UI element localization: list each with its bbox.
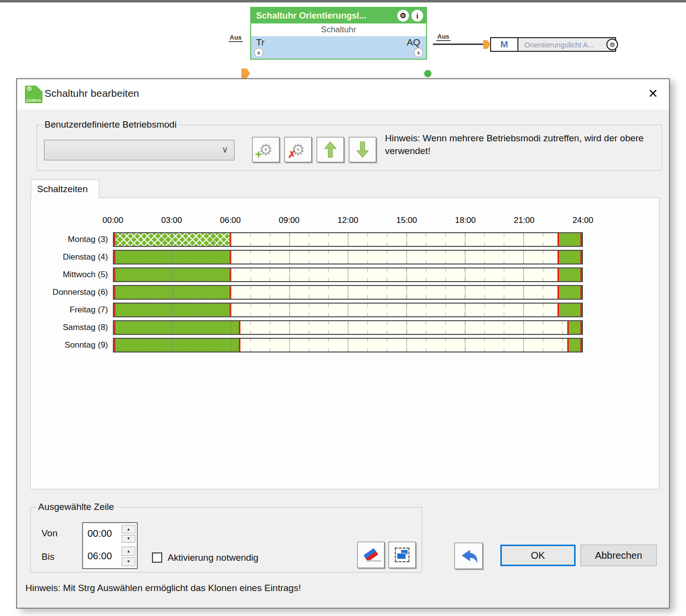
time-label: 15:00 [396,216,417,225]
actuator-type-label: M [490,37,518,52]
bis-spin-down-icon[interactable]: ▼ [122,557,135,567]
time-segment[interactable] [557,268,582,281]
delete-entry-button[interactable] [357,542,385,568]
day-track[interactable] [113,338,583,352]
input-port-label: Tr [256,37,264,48]
add-plus-icon: + [255,148,262,161]
time-segment[interactable] [114,286,231,299]
config-app-icon: ⚙ CONFIG [25,86,43,103]
time-segment[interactable] [114,321,240,334]
config-gear-icon: ⚙ [26,86,32,92]
block-settings-icon[interactable]: ⚙ [397,10,409,22]
schedule-row: Mittwoch (5) [31,267,659,282]
footer-hint: Hinweis: Mit Strg Auswählen ermöglicht d… [25,583,301,594]
copy-entry-button[interactable] [388,542,416,568]
schedule-row: Samstag (8) [31,320,659,335]
bis-input[interactable]: 06:00 ▲ ▼ [82,545,138,569]
copy-selection-icon [395,548,409,562]
day-label: Dienstag (4) [31,252,108,262]
undo-arrow-icon [458,546,479,566]
delete-x-icon: ✗ [288,149,296,160]
delete-mode-button[interactable]: ⚙ ✗ [284,137,312,162]
tab-schaltzeiten[interactable]: Schaltzeiten [31,179,99,198]
add-output-icon[interactable]: + [414,48,423,57]
connection-wire [433,44,488,45]
time-segment-selected[interactable] [114,233,231,246]
bis-label: Bis [42,551,54,562]
time-segment[interactable] [557,251,582,264]
actuator-input-connector[interactable] [483,40,491,49]
config-fold [36,86,43,92]
betriebsmodi-group: Benutzerdefinierte Betriebsmodi ∨ ⚙ + ⚙ … [37,125,662,171]
time-segment[interactable] [114,251,231,264]
von-spinner[interactable]: ▲ ▼ [122,525,135,543]
add-mode-button[interactable]: ⚙ + [252,137,279,162]
time-label: 12:00 [338,216,359,225]
block-header[interactable]: Schaltuhr Orientierungsl... ⚙ i [251,8,426,23]
time-label: 24:00 [573,216,594,225]
add-input-icon[interactable]: + [254,48,263,57]
eraser-icon [364,548,378,562]
day-track[interactable] [113,285,583,300]
day-track[interactable] [113,320,583,335]
time-label: 09:00 [279,216,300,225]
aktivierung-label: Aktivierung notwendig [168,552,258,563]
betriebsmodi-combobox[interactable]: ∨ [44,140,235,160]
day-label: Mittwoch (5) [31,270,108,280]
dialog-title: Schaltuhr bearbeiten [44,88,139,99]
block-type-label: Schaltuhr [251,23,426,36]
time-axis: 00:0003:0006:0009:0012:0015:0018:0021:00… [113,216,583,227]
von-spin-up-icon[interactable]: ▲ [122,525,135,533]
time-label: 21:00 [514,216,535,225]
dialog-titlebar: ⚙ CONFIG Schaltuhr bearbeiten ✕ [17,79,669,110]
von-spin-down-icon[interactable]: ▼ [122,535,135,543]
block-info-icon[interactable]: i [411,10,423,22]
bis-spinner[interactable]: ▲ ▼ [122,547,135,566]
actuator-name-box[interactable]: Orientierungslicht A... ⚙ [518,37,616,52]
von-value: 00:00 [87,528,112,539]
von-input[interactable]: 00:00 ▲ ▼ [82,522,138,546]
arrow-down-icon [356,141,369,158]
time-label: 18:00 [455,216,476,225]
selected-row-group: Ausgewählte Zeile Von 00:00 ▲ ▼ Bis 06:0… [30,507,422,572]
day-track[interactable] [113,250,583,264]
input-connector[interactable] [241,68,250,78]
arrow-up-icon [324,141,337,158]
schedule-row: Donnerstag (6) [31,285,659,300]
schaltuhr-block[interactable]: Schaltuhr Orientierungsl... ⚙ i Schaltuh… [250,7,427,60]
time-segment[interactable] [557,286,582,299]
time-segment[interactable] [557,233,582,246]
day-track[interactable] [113,232,583,247]
time-segment[interactable] [114,268,231,281]
schaltzeiten-panel: 00:0003:0006:0009:0012:0015:0018:0021:00… [30,198,660,489]
close-icon[interactable]: ✕ [648,86,658,101]
undo-button[interactable] [454,543,483,569]
time-label: 03:00 [161,216,182,225]
day-track[interactable] [113,303,583,317]
actuator-block[interactable]: M Orientierungslicht A... ⚙ [490,37,616,52]
time-segment[interactable] [114,304,231,316]
output-connector[interactable] [424,70,431,77]
ok-button[interactable]: OK [500,545,576,566]
time-segment[interactable] [557,304,582,316]
betriebsmodi-group-label: Benutzerdefinierte Betriebsmodi [42,119,179,130]
aktivierung-checkbox[interactable] [152,552,162,563]
cancel-button[interactable]: Abbrechen [580,545,657,566]
schedule-grid: Montag (3)Dienstag (4)Mittwoch (5)Donner… [31,232,659,489]
bis-value: 06:00 [87,550,112,562]
block-body[interactable]: Tr AQ + + [251,36,426,59]
selected-row-group-label: Ausgewählte Zeile [36,502,116,512]
actuator-settings-icon[interactable]: ⚙ [606,39,618,50]
time-segment[interactable] [567,321,582,334]
actuator-name: Orientierungslicht A... [524,41,594,49]
time-label: 06:00 [220,216,241,225]
time-segment[interactable] [114,339,240,352]
day-track[interactable] [113,267,583,282]
bis-spin-up-icon[interactable]: ▲ [122,547,135,556]
time-segment[interactable] [567,339,582,352]
move-up-button[interactable] [317,137,344,162]
schedule-row: Montag (3) [31,232,659,247]
schedule-row: Freitag (7) [31,303,659,317]
chevron-down-icon: ∨ [222,144,228,155]
move-down-button[interactable] [349,137,376,162]
